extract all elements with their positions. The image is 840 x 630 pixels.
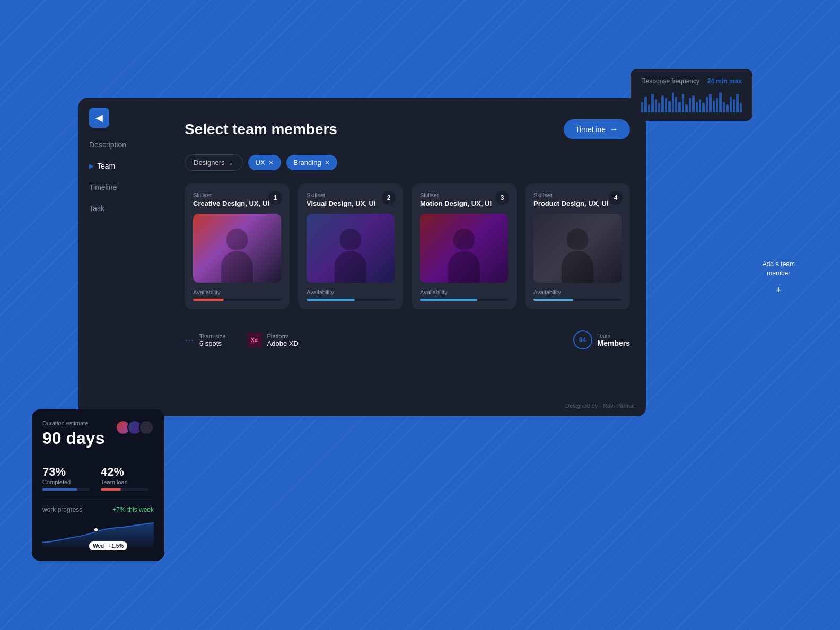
freq-bar <box>682 94 684 112</box>
team-sublabel: Team <box>598 333 630 339</box>
freq-bar <box>672 92 674 112</box>
response-value: 24 min max <box>707 77 742 85</box>
team-card-2[interactable]: Skillset Visual Design, UX, UI 2 Availab… <box>298 183 403 309</box>
card-1-avatar <box>193 214 281 283</box>
stats-metrics-row: 73% Completed 42% Team load <box>42 465 154 491</box>
freq-bar <box>726 104 728 112</box>
active-arrow-icon: ▶ <box>89 162 94 170</box>
bottom-info-bar: ⋯ Team size 6 spots Xd Platform Adobe XD… <box>185 325 630 349</box>
logo-icon: ◀ <box>95 112 103 124</box>
card-3-avail-bar <box>420 299 508 301</box>
card-2-title: Visual Design, UX, UI <box>307 199 395 207</box>
card-2-avatar <box>307 214 395 283</box>
card-1-number: 1 <box>268 191 282 205</box>
timeline-button[interactable]: TimeLine → <box>564 119 630 139</box>
avatar-2-silhouette <box>320 221 381 283</box>
card-3-avail-label: Availability <box>420 289 508 295</box>
dropdown-label: Designers <box>194 159 225 167</box>
filter-tag-branding[interactable]: Branding ✕ <box>286 155 337 170</box>
team-members-count: 04 Team Members <box>573 330 630 349</box>
avatar-head <box>340 229 361 250</box>
sidebar-item-task[interactable]: Task <box>89 204 158 213</box>
duration-estimate-label: Duration estimate <box>42 420 104 426</box>
avatar-3-silhouette <box>433 221 495 283</box>
card-1-avail-label: Availability <box>193 289 281 295</box>
freq-bar <box>685 104 687 112</box>
avatar-body <box>448 251 480 283</box>
freq-bar <box>736 94 738 112</box>
work-progress-label: work progress <box>42 506 82 513</box>
team-load-bar-fill <box>101 488 121 491</box>
add-member-button[interactable]: + <box>770 282 787 299</box>
card-3-avail-fill <box>420 299 477 301</box>
team-card-1[interactable]: Skillset Creative Design, UX, UI 1 Avail… <box>185 183 290 309</box>
avatar-4-silhouette <box>547 221 608 283</box>
freq-bar <box>641 102 643 112</box>
freq-bar <box>668 101 670 112</box>
freq-bar <box>730 97 732 112</box>
sidebar-item-timeline[interactable]: Timeline <box>89 183 158 191</box>
freq-bar <box>644 97 646 112</box>
platform-value: Adobe XD <box>267 339 299 347</box>
stats-card: Duration estimate 90 days 73% Completed … <box>32 409 164 561</box>
freq-bar <box>709 94 711 112</box>
team-count-badge: 04 <box>573 330 592 349</box>
main-content: Select team members TimeLine → Designers… <box>169 98 646 416</box>
card-2-number: 2 <box>382 191 396 205</box>
team-members-label: Members <box>598 339 630 347</box>
avatar-body <box>335 251 366 283</box>
card-1-title: Creative Design, UX, UI <box>193 199 281 207</box>
xd-badge-icon: Xd <box>247 332 262 347</box>
freq-bar <box>696 102 698 112</box>
freq-bar <box>665 98 667 112</box>
avatar-body <box>221 251 253 283</box>
stats-avatar-3 <box>139 420 154 435</box>
card-3-title: Motion Design, UX, UI <box>420 199 508 207</box>
freq-bar <box>675 97 677 112</box>
card-4-title: Product Design, UX, UI <box>533 199 622 207</box>
team-card-4[interactable]: Skillset Product Design, UX, UI 4 Availa… <box>525 183 630 309</box>
chart-dot <box>93 527 99 532</box>
freq-bar <box>706 97 708 112</box>
tag-branding-label: Branding <box>294 159 321 167</box>
freq-bar <box>733 99 735 112</box>
team-size-value: 6 spots <box>199 339 226 347</box>
filter-tag-ux[interactable]: UX ✕ <box>248 155 281 170</box>
card-3-number: 3 <box>495 191 509 205</box>
sidebar-label-task: Task <box>89 204 104 213</box>
work-progress-row: work progress +7% this week <box>42 506 154 513</box>
freq-bar <box>651 94 653 112</box>
designers-dropdown[interactable]: Designers ⌄ <box>185 154 243 171</box>
team-load-metric: 42% Team load <box>101 465 148 491</box>
card-4-avail-label: Availability <box>533 289 622 295</box>
response-label: Response frequency <box>641 77 699 85</box>
main-panel: ◀ Description ▶ Team Timeline Task Selec… <box>78 98 646 416</box>
completed-metric: 73% Completed <box>42 465 90 491</box>
tag-ux-label: UX <box>256 159 265 167</box>
remove-branding-icon[interactable]: ✕ <box>325 159 330 167</box>
team-cards-grid: Skillset Creative Design, UX, UI 1 Avail… <box>185 183 630 309</box>
freq-bar <box>658 103 660 112</box>
card-2-avail-label: Availability <box>307 289 395 295</box>
team-card-3[interactable]: Skillset Motion Design, UX, UI 3 Availab… <box>412 183 517 309</box>
team-size-label: Team size <box>199 333 226 339</box>
freq-bar <box>648 104 650 112</box>
platform-label: Platform <box>267 333 299 339</box>
card-4-avatar <box>533 214 622 283</box>
sidebar-label-team: Team <box>97 162 115 170</box>
duration-estimate-value: 90 days <box>42 428 104 448</box>
timeline-btn-label: TimeLine <box>575 125 606 134</box>
card-4-avail-bar <box>533 299 622 301</box>
team-load-pct: 42% <box>101 465 148 479</box>
sidebar-label-timeline: Timeline <box>89 183 117 191</box>
sidebar-logo[interactable]: ◀ <box>89 108 109 128</box>
completed-label: Completed <box>42 479 90 485</box>
stats-avatars-group <box>119 420 154 435</box>
sidebar-item-description[interactable]: Description <box>89 141 158 149</box>
remove-ux-icon[interactable]: ✕ <box>268 159 274 167</box>
platform-info: Xd Platform Adobe XD <box>247 332 299 347</box>
sidebar-item-team[interactable]: ▶ Team <box>89 162 158 170</box>
stats-divider <box>42 499 154 500</box>
response-frequency-card: Response frequency 24 min max <box>631 69 752 121</box>
work-progress-chart: Wed +1.5% <box>42 519 154 550</box>
